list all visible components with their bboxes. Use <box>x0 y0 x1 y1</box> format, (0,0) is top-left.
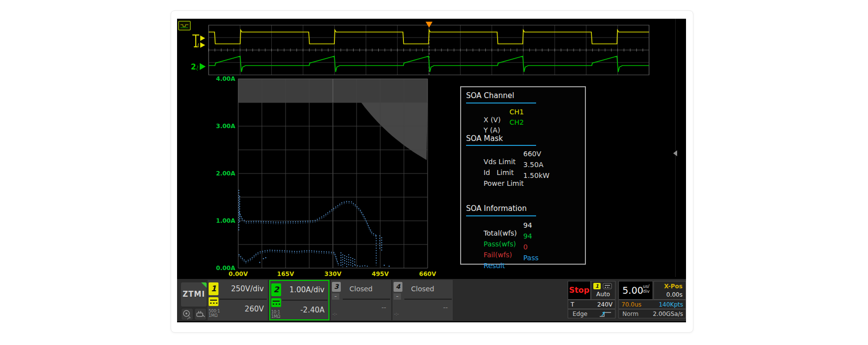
trigger-type-row[interactable]: Edge <box>568 309 615 318</box>
soa-power-limit-row: Power Limit 1.50kW <box>466 172 581 180</box>
svg-text:495V: 495V <box>372 271 389 277</box>
horizontal-position[interactable]: X-Pos 0.00s <box>653 281 686 300</box>
brand-logo[interactable]: ZTMI <box>181 282 207 307</box>
touch-tap-icon[interactable] <box>181 308 193 320</box>
trigger-level-label: T <box>571 301 574 308</box>
ch3-probe-placeholder: -:- <box>332 311 337 316</box>
soa-y-channel: CH2 <box>509 118 524 126</box>
soa-result-row: Result Pass <box>466 254 581 262</box>
window-length: 70.0us <box>621 301 642 308</box>
svg-text:330V: 330V <box>325 271 342 277</box>
right-panel-divider <box>675 19 676 277</box>
rising-edge-icon <box>599 311 612 318</box>
channel-2-badge: 2 <box>271 283 281 296</box>
sample-rate: 2.00GSa/s <box>653 310 683 317</box>
soa-mask-title: SOA Mask <box>466 134 503 143</box>
channel-2-button[interactable]: 2 10:11MΩ 1.00A/div -2.40A <box>269 280 329 320</box>
timebase-cluster[interactable]: 5.00 us/div X-Pos 0.00s 70.0us 140Kpts N… <box>618 281 686 318</box>
status-bar: ZTMI 1 500:11MΩ 250V/div <box>177 279 686 321</box>
divider <box>343 299 390 300</box>
divider <box>404 299 452 300</box>
record-length: 140Kpts <box>659 301 683 308</box>
divider <box>466 215 536 216</box>
ch4-offset: -- <box>443 304 448 311</box>
soa-information-title: SOA Information <box>466 204 527 213</box>
svg-text:0.00V: 0.00V <box>229 271 249 277</box>
channel-4-button[interactable]: 4 – Closed -- -:- <box>393 280 453 320</box>
svg-text:2: 2 <box>191 63 196 71</box>
svg-text:660V: 660V <box>419 271 436 277</box>
divider <box>466 145 536 146</box>
timebase-scale[interactable]: 5.00 us/div <box>618 281 653 300</box>
acquisition-row: Norm 2.00GSa/s <box>618 309 686 318</box>
soa-pass-row: Pass(wfs) 94 <box>466 232 581 241</box>
soa-result-value: Pass <box>523 254 539 262</box>
soa-results-panel: SOA Channel X (V) CH1 Y (A) CH2 SOA Mask… <box>460 86 586 265</box>
ch1-scale: 250V/div <box>231 284 264 293</box>
trigger-level-icon[interactable] <box>192 35 205 48</box>
soa-x-row: X (V) CH1 <box>466 108 581 116</box>
channel-3-button[interactable]: 3 – Closed -- -:- <box>331 280 391 320</box>
ch2-dc-coupling-icon <box>271 298 281 307</box>
channel2-marker[interactable]: 2 <box>191 63 206 71</box>
xpos-value: 0.00s <box>666 291 683 298</box>
acq-mode: Norm <box>622 310 639 317</box>
soa-vds-limit-row: Vds Limit 660V <box>466 150 581 158</box>
display-mode-icon[interactable] <box>179 21 190 30</box>
ch2-probe-ratio: 10:11MΩ <box>271 310 280 319</box>
svg-text:3.00A: 3.00A <box>216 123 236 130</box>
ch2-scale: 1.00A/div <box>289 285 325 294</box>
scope-card: 2 4.00A3.00A2.00A1.00A0.00A0.00V165V330V… <box>171 10 693 333</box>
trigger-source-mode[interactable]: 1 Auto <box>591 281 615 300</box>
svg-text:165V: 165V <box>277 271 294 277</box>
xpos-label: X-Pos <box>664 283 683 290</box>
soa-id-limit-row: Id Limit 3.50A <box>466 161 581 169</box>
expand-menu-arrow-icon[interactable] <box>673 150 677 156</box>
soa-fail-row: Fail(wfs) 0 <box>466 243 581 251</box>
ch1-dc-coupling-icon <box>209 297 218 306</box>
scope-display-svg: 2 4.00A3.00A2.00A1.00A0.00A0.00V165V330V… <box>177 19 686 322</box>
ch4-coupling-off-icon: – <box>394 293 401 300</box>
ch1-probe-ratio: 500:11MΩ <box>209 309 220 318</box>
trigger-source-badge: 1 <box>593 283 601 289</box>
trigger-coupling-icon <box>603 283 613 290</box>
acquisition-status[interactable]: Stop <box>568 281 591 300</box>
ch3-offset: -- <box>382 304 386 311</box>
svg-text:2.00A: 2.00A <box>216 170 236 177</box>
ch3-coupling-off-icon: – <box>332 293 339 300</box>
ch1-offset: 260V <box>245 305 264 313</box>
ch2-offset: -2.40A <box>300 306 325 314</box>
trigger-type: Edge <box>573 310 587 317</box>
soa-channel-title: SOA Channel <box>466 91 514 100</box>
channel-1-badge: 1 <box>209 282 218 295</box>
trigger-status-cluster[interactable]: Stop 1 Auto T 240V Edge <box>568 281 615 318</box>
channel-1-button[interactable]: 1 500:11MΩ 250V/div 260V <box>208 280 268 320</box>
trigger-mode: Auto <box>591 291 615 298</box>
touch-drag-icon[interactable] <box>194 308 207 320</box>
divider <box>219 299 267 300</box>
logo-corner-badge <box>201 282 207 288</box>
ch4-probe-placeholder: -:- <box>394 311 399 316</box>
soa-y-row: Y (A) CH2 <box>466 118 581 127</box>
ch4-state: Closed <box>393 285 453 293</box>
soa-total-row: Total(wfs) 94 <box>466 221 581 230</box>
trigger-level-row[interactable]: T 240V <box>568 300 615 309</box>
oscilloscope-screen: 2 4.00A3.00A2.00A1.00A0.00A0.00V165V330V… <box>177 19 686 322</box>
trigger-level-value: 240V <box>597 301 613 308</box>
divider <box>466 103 536 104</box>
capture-window-row: 70.0us 140Kpts <box>618 300 686 309</box>
ch3-state: Closed <box>331 285 391 293</box>
divider <box>282 300 327 301</box>
svg-text:1.00A: 1.00A <box>216 217 236 224</box>
soa-x-channel: CH1 <box>509 108 524 116</box>
svg-text:4.00A: 4.00A <box>216 75 236 82</box>
